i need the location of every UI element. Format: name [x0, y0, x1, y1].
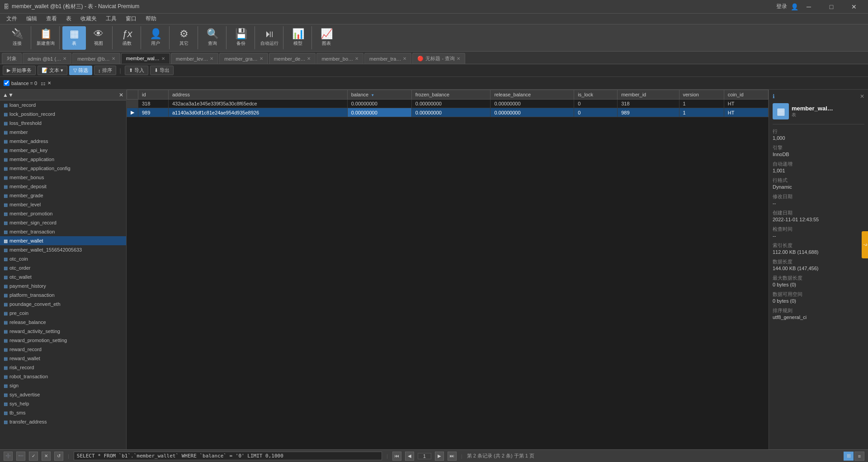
nav-prev-button[interactable]: ◀ [405, 452, 414, 461]
menu-help[interactable]: 帮助 [141, 14, 161, 24]
sidebar-item-member-promotion[interactable]: ▦ member_promotion [0, 209, 126, 218]
menu-favorites[interactable]: 收藏夹 [76, 14, 101, 24]
tab-admin-close[interactable]: ✕ [63, 56, 66, 61]
tab-member-transaction[interactable]: member_tra… ✕ [364, 53, 411, 64]
nav-confirm-button[interactable]: ✓ [29, 452, 38, 461]
sidebar-item-member-deposit[interactable]: ▦ member_deposit [0, 182, 126, 191]
tab-object[interactable]: 对象 [2, 53, 22, 64]
new-query-button[interactable]: 📋 新建查询 [34, 26, 57, 50]
sidebar-item-member-sign-record[interactable]: ▦ member_sign_record [0, 218, 126, 227]
autorun-button[interactable]: ⏯ 自动运行 [258, 26, 281, 50]
sidebar-item-release-balance[interactable]: ▦ release_balance [0, 318, 126, 327]
tab-member-deposit-close[interactable]: ✕ [307, 56, 311, 61]
sidebar-item-member-grade[interactable]: ▦ member_grade [0, 191, 126, 200]
sidebar-nav-down[interactable]: ▼ [8, 92, 14, 98]
sidebar-item-robot-transaction[interactable]: ▦ robot_transaction [0, 372, 126, 381]
nav-discard-button[interactable]: ✕ [42, 452, 51, 461]
helper-icon[interactable]: ? [862, 231, 868, 258]
table-button[interactable]: ▦ 表 [62, 26, 86, 50]
sidebar-item-loss-threshold[interactable]: ▦ loss_threshold [0, 119, 126, 128]
nav-first-button[interactable]: ⏮ [392, 452, 401, 461]
th-balance[interactable]: balance ▼ [347, 90, 411, 100]
th-is-lock[interactable]: is_lock [574, 90, 618, 100]
sidebar-close-icon[interactable]: ✕ [119, 92, 123, 98]
tab-member-level-close[interactable]: ✕ [210, 56, 213, 61]
tab-member-close[interactable]: ✕ [112, 56, 115, 61]
tab-member-wallet-close[interactable]: ✕ [161, 56, 165, 61]
cell-release-balance[interactable]: 0.00000000 [491, 108, 574, 117]
nav-next-button[interactable]: ▶ [435, 452, 444, 461]
sidebar-item-pre-coin[interactable]: ▦ pre_coin [0, 309, 126, 318]
sidebar-item-reward-wallet[interactable]: ▦ reward_wallet [0, 354, 126, 363]
tab-member-grade[interactable]: member_gra… ✕ [219, 53, 268, 64]
th-id[interactable]: id [138, 90, 169, 100]
sidebar-item-member-bonus[interactable]: ▦ member_bonus [0, 173, 126, 182]
sidebar-item-reward-activity-setting[interactable]: ▦ reward_activity_setting [0, 327, 126, 336]
other-button[interactable]: ⚙ 其它 [172, 26, 196, 50]
tab-member-transaction-close[interactable]: ✕ [403, 56, 406, 61]
th-release-balance[interactable]: release_balance [491, 90, 574, 100]
sidebar-item-lock-position-record[interactable]: ▦ lock_position_record [0, 110, 126, 119]
sidebar-item-sign[interactable]: ▦ sign [0, 381, 126, 390]
text-button[interactable]: 📝 文本 ▾ [38, 66, 67, 75]
cell-version[interactable]: 1 [679, 108, 724, 117]
tab-member-grade-close[interactable]: ✕ [259, 56, 263, 61]
cell-id[interactable]: 989 [138, 108, 169, 117]
table-row[interactable]: ▶ 989 a1140a3d0df1c81e24ae954d935e8926 0… [127, 108, 769, 117]
menu-table[interactable]: 表 [61, 14, 76, 24]
th-frozen-balance[interactable]: frozen_balance [411, 90, 491, 100]
th-version[interactable]: version [679, 90, 724, 100]
maximize-button[interactable]: □ [821, 0, 842, 14]
page-number-input[interactable] [418, 453, 431, 459]
sidebar-item-loan-record[interactable]: ▦ loan_record [0, 100, 126, 110]
sidebar-item-reward-record[interactable]: ▦ reward_record [0, 345, 126, 354]
menu-edit[interactable]: 编辑 [22, 14, 42, 24]
sidebar-item-member-application[interactable]: ▦ member_application [0, 155, 126, 164]
cell-coin-id[interactable]: HT [724, 100, 768, 108]
cell-address[interactable]: 432aca3a1e345e339f35a30c8f65edce [168, 100, 347, 108]
sidebar-item-tb-sms[interactable]: ▦ tb_sms [0, 408, 126, 417]
cell-release-balance[interactable]: 0.00000000 [491, 100, 574, 108]
login-button[interactable]: 登录 [776, 3, 787, 10]
user-button[interactable]: 👤 用户 [144, 26, 167, 50]
sidebar-item-member-wallet[interactable]: ▦ member_wallet [0, 236, 126, 245]
sidebar-item-transfer-address[interactable]: ▦ transfer_address [0, 417, 126, 426]
nav-add-button[interactable]: ➕ [4, 452, 13, 461]
model-button[interactable]: 📊 模型 [286, 26, 310, 50]
sidebar-item-sys-help[interactable]: ▦ sys_help [0, 399, 126, 408]
sort-button[interactable]: ↕ 排序 [94, 66, 116, 75]
tab-member[interactable]: member @b… ✕ [72, 53, 120, 64]
sidebar-item-otc-wallet[interactable]: ▦ otc_wallet [0, 272, 126, 281]
sidebar-item-risk-record[interactable]: ▦ risk_record [0, 363, 126, 372]
sidebar-item-member-transaction[interactable]: ▦ member_transaction [0, 227, 126, 236]
sidebar-item-platform-transaction[interactable]: ▦ platform_transaction [0, 291, 126, 300]
connect-button[interactable]: 🔌 连接 [5, 26, 29, 50]
cell-id[interactable]: 318 [138, 100, 169, 108]
cell-frozen-balance[interactable]: 0.00000000 [411, 100, 491, 108]
panel-collapse-icon[interactable]: ✕ [860, 93, 864, 100]
cell-is-lock[interactable]: 0 [574, 100, 618, 108]
tab-member-deposit[interactable]: member_de… ✕ [269, 53, 316, 64]
import-button[interactable]: ⬆ 导入 [125, 66, 148, 75]
sidebar-item-member-application-config[interactable]: ▦ member_application_config [0, 164, 126, 173]
cell-address[interactable]: a1140a3d0df1c81e24ae954d935e8926 [168, 108, 347, 117]
menu-window[interactable]: 窗口 [121, 14, 141, 24]
tab-member-bonus-close[interactable]: ✕ [355, 56, 359, 61]
cell-is-lock[interactable]: 0 [574, 108, 618, 117]
grid-container[interactable]: id address balance ▼ frozen_balance rele… [127, 90, 769, 449]
list-view-button[interactable]: ≡ [854, 452, 864, 461]
tab-untitled-query-close[interactable]: ✕ [457, 56, 460, 61]
cell-member-id[interactable]: 318 [618, 100, 679, 108]
cell-balance[interactable]: 0.00000000 [347, 100, 411, 108]
panel-info-icon[interactable]: ℹ [773, 93, 775, 100]
sidebar-item-member-api-key[interactable]: ▦ member_api_key [0, 146, 126, 155]
th-address[interactable]: address [168, 90, 347, 100]
tab-admin[interactable]: admin @b1 (… ✕ [23, 53, 71, 64]
sidebar-item-otc-order[interactable]: ▦ otc_order [0, 263, 126, 272]
cell-balance[interactable]: 0.00000000 [347, 108, 411, 117]
tab-member-level[interactable]: member_lev… ✕ [171, 53, 219, 64]
grid-view-button[interactable]: ⊞ [844, 452, 854, 461]
close-button[interactable]: ✕ [844, 0, 864, 14]
chart-button[interactable]: 📈 图表 [315, 26, 338, 50]
minimize-button[interactable]: ─ [798, 0, 819, 14]
